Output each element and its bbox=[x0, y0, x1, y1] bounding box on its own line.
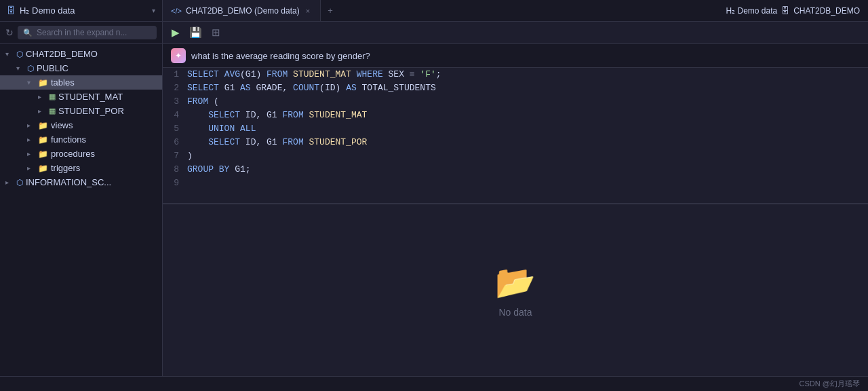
refresh-icon[interactable]: ↻ bbox=[5, 27, 14, 38]
top-bar: 🗄 H₂ Demo data ▾ </> CHAT2DB_DEMO (Demo … bbox=[0, 0, 868, 22]
line-code[interactable]: UNION ALL bbox=[187, 122, 868, 136]
editor-tab[interactable]: </> CHAT2DB_DEMO (Demo data) × bbox=[163, 0, 321, 21]
line-number: 7 bbox=[163, 149, 187, 163]
sidebar-item-functions[interactable]: ▸📁functions bbox=[0, 132, 162, 147]
editor-toolbar: ▶ 💾 ⊞ bbox=[163, 22, 868, 44]
line-number: 2 bbox=[163, 81, 187, 95]
db-icon: 🗄 bbox=[7, 5, 16, 16]
tree-icon-student_mat: ▦ bbox=[49, 92, 56, 101]
editor-area: ▶ 💾 ⊞ ✦ what is the average reading scor… bbox=[163, 22, 868, 376]
top-right-conn: CHAT2DB_DEMO bbox=[793, 6, 860, 16]
line-code[interactable]: SELECT ID, G1 FROM STUDENT_MAT bbox=[187, 109, 868, 122]
tree-arrow-student_mat: ▸ bbox=[38, 93, 46, 100]
sql-tab-icon: </> bbox=[171, 7, 182, 15]
sidebar-item-views[interactable]: ▸📁views bbox=[0, 118, 162, 132]
top-right-db-icon: 🗄 bbox=[781, 6, 789, 16]
tree-label-procedures: procedures bbox=[51, 149, 95, 159]
tree-icon-triggers: 📁 bbox=[38, 164, 48, 173]
ai-prompt-bar: ✦ what is the average reading score by g… bbox=[163, 44, 868, 68]
tree-icon-procedures: 📁 bbox=[38, 149, 48, 159]
new-tab-button[interactable]: + bbox=[321, 0, 340, 21]
tree-icon-chat2db_demo: ⬡ bbox=[16, 50, 23, 59]
code-editor[interactable]: 1SELECT AVG(G1) FROM STUDENT_MAT WHERE S… bbox=[163, 68, 868, 204]
code-line: 7) bbox=[163, 149, 868, 163]
top-bar-right: H₂ Demo data 🗄 CHAT2DB_DEMO bbox=[718, 6, 869, 16]
code-line: 9 bbox=[163, 176, 868, 190]
sidebar-item-procedures[interactable]: ▸📁procedures bbox=[0, 147, 162, 161]
sidebar-item-info_schema[interactable]: ▸⬡INFORMATION_SC... bbox=[0, 175, 162, 189]
tree-icon-info_schema: ⬡ bbox=[16, 178, 23, 187]
tree-area: ▾⬡CHAT2DB_DEMO▾⬡PUBLIC▾📁tables▸▦STUDENT_… bbox=[0, 44, 162, 376]
line-code[interactable]: SELECT AVG(G1) FROM STUDENT_MAT WHERE SE… bbox=[187, 68, 868, 81]
tree-arrow-chat2db_demo: ▾ bbox=[5, 50, 14, 58]
tree-arrow-functions: ▸ bbox=[27, 136, 35, 143]
tree-icon-public: ⬡ bbox=[27, 64, 34, 73]
tree-label-chat2db_demo: CHAT2DB_DEMO bbox=[26, 49, 98, 59]
ai-icon: ✦ bbox=[171, 48, 186, 63]
top-right-db: H₂ Demo data bbox=[726, 6, 778, 16]
line-number: 9 bbox=[163, 176, 187, 190]
tree-arrow-public: ▾ bbox=[16, 64, 24, 72]
status-credit: CSDN @幻月瑶琴 bbox=[800, 379, 860, 389]
no-data-icon: 📂 bbox=[495, 263, 536, 301]
tree-label-tables: tables bbox=[51, 77, 75, 88]
sidebar-item-triggers[interactable]: ▸📁triggers bbox=[0, 161, 162, 175]
no-data-text: No data bbox=[498, 307, 532, 318]
tree-label-student_por: STUDENT_POR bbox=[58, 106, 124, 116]
line-number: 4 bbox=[163, 109, 187, 122]
results-area: 📂 No data bbox=[163, 204, 868, 376]
run-button[interactable]: ▶ bbox=[168, 24, 183, 41]
code-line: 4 SELECT ID, G1 FROM STUDENT_MAT bbox=[163, 109, 868, 122]
line-number: 1 bbox=[163, 68, 187, 81]
tree-icon-functions: 📁 bbox=[38, 135, 48, 145]
line-code[interactable]: ) bbox=[187, 149, 868, 163]
line-number: 5 bbox=[163, 122, 187, 136]
sidebar-item-student_mat[interactable]: ▸▦STUDENT_MAT bbox=[0, 90, 162, 104]
tree-icon-views: 📁 bbox=[38, 121, 48, 130]
code-line: 8GROUP BY G1; bbox=[163, 163, 868, 176]
save-button[interactable]: 💾 bbox=[186, 24, 205, 41]
db-selector[interactable]: 🗄 H₂ Demo data ▾ bbox=[0, 0, 163, 21]
tree-label-public: PUBLIC bbox=[37, 63, 68, 73]
tree-label-student_mat: STUDENT_MAT bbox=[58, 92, 123, 102]
tree-arrow-views: ▸ bbox=[27, 122, 35, 129]
tab-label: CHAT2DB_DEMO (Demo data) bbox=[186, 6, 300, 16]
tree-arrow-student_por: ▸ bbox=[38, 107, 46, 115]
code-line: 1SELECT AVG(G1) FROM STUDENT_MAT WHERE S… bbox=[163, 68, 868, 81]
line-code[interactable]: SELECT ID, G1 FROM STUDENT_POR bbox=[187, 136, 868, 149]
tree-icon-student_por: ▦ bbox=[49, 107, 56, 115]
line-code[interactable]: FROM ( bbox=[187, 95, 868, 109]
status-bar: CSDN @幻月瑶琴 bbox=[0, 376, 868, 391]
code-line: 6 SELECT ID, G1 FROM STUDENT_POR bbox=[163, 136, 868, 149]
line-code[interactable]: SELECT G1 AS GRADE, COUNT(ID) AS TOTAL_S… bbox=[187, 81, 868, 95]
tree-label-views: views bbox=[51, 120, 73, 130]
sidebar-item-tables[interactable]: ▾📁tables bbox=[0, 75, 162, 90]
tabs-area: </> CHAT2DB_DEMO (Demo data) × + bbox=[163, 0, 718, 21]
tree-label-functions: functions bbox=[51, 134, 86, 145]
main-layout: ↻ 🔍 ▾⬡CHAT2DB_DEMO▾⬡PUBLIC▾📁tables▸▦STUD… bbox=[0, 22, 868, 376]
tree-label-triggers: triggers bbox=[51, 163, 80, 173]
line-number: 6 bbox=[163, 136, 187, 149]
search-input[interactable] bbox=[37, 28, 151, 37]
chevron-down-icon: ▾ bbox=[152, 7, 155, 14]
search-box[interactable]: 🔍 bbox=[18, 26, 157, 39]
sidebar-item-student_por[interactable]: ▸▦STUDENT_POR bbox=[0, 104, 162, 118]
sidebar-item-public[interactable]: ▾⬡PUBLIC bbox=[0, 61, 162, 75]
sidebar-toolbar: ↻ 🔍 bbox=[0, 22, 162, 44]
tree-arrow-info_schema: ▸ bbox=[5, 179, 14, 186]
code-line: 3FROM ( bbox=[163, 95, 868, 109]
tree-arrow-tables: ▾ bbox=[27, 79, 35, 86]
tree-icon-tables: 📁 bbox=[38, 78, 48, 88]
format-button[interactable]: ⊞ bbox=[208, 24, 224, 41]
line-number: 3 bbox=[163, 95, 187, 109]
tree-arrow-triggers: ▸ bbox=[27, 164, 35, 172]
sidebar: ↻ 🔍 ▾⬡CHAT2DB_DEMO▾⬡PUBLIC▾📁tables▸▦STUD… bbox=[0, 22, 163, 376]
tree-label-info_schema: INFORMATION_SC... bbox=[26, 177, 111, 187]
tree-arrow-procedures: ▸ bbox=[27, 150, 35, 157]
db-selector-label: H₂ Demo data bbox=[20, 5, 148, 16]
search-icon: 🔍 bbox=[23, 29, 33, 37]
line-code[interactable]: GROUP BY G1; bbox=[187, 163, 868, 176]
tab-close-button[interactable]: × bbox=[304, 5, 312, 16]
ai-prompt-text: what is the average reading score by gen… bbox=[191, 51, 860, 61]
sidebar-item-chat2db_demo[interactable]: ▾⬡CHAT2DB_DEMO bbox=[0, 47, 162, 61]
